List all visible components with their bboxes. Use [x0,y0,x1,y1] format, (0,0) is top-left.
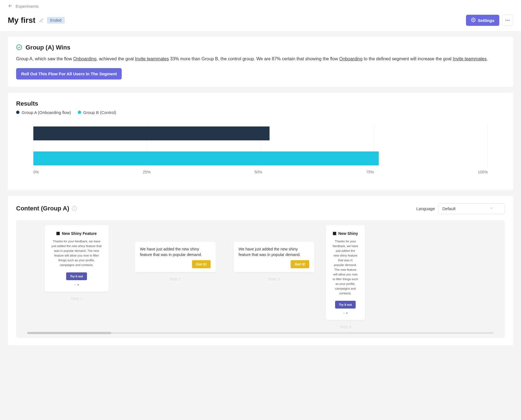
breadcrumb-label: Experiments [16,4,39,9]
tooltip-got-it-button[interactable]: Got it! [291,260,309,268]
tooltip-preview: We have just added the new shiny feature… [234,242,314,272]
step-label: Step 3 [268,277,280,281]
steps-container: New Shiny Feature Thanks for your feedba… [16,220,505,338]
gear-icon [471,18,476,23]
chart-tick: 100% [478,170,488,174]
steps-scroll-thumb[interactable] [27,332,111,334]
check-circle-icon [16,44,22,51]
chart-tick: 25% [143,170,151,174]
preview-try-button[interactable]: Try it out [335,301,356,309]
results-title: Results [16,100,505,107]
preview-title: New Shiny Feature [62,231,97,236]
preview-pagination [51,284,102,285]
legend-label-a: Group A (Onboarding flow) [22,110,71,115]
content-title: Content (Group A) [16,205,69,212]
square-icon [56,232,60,235]
step-label: Step 4 [339,324,351,329]
steps-scrollbar[interactable] [27,332,494,334]
language-label: Language [416,206,435,211]
preview-title: New Shiny [338,231,358,236]
step-label: Step 1 [71,296,83,301]
step-column: New Shiny Thanks for your feedback, we h… [323,225,368,329]
tooltip-preview: We have just added the new shiny feature… [135,242,216,272]
square-icon [333,232,336,235]
chart-bar-b [33,151,379,165]
winner-card: Group (A) Wins Group A, which saw the fl… [8,37,513,87]
content-card: Content (Group A) ! Language Default New… [8,196,513,346]
chart-tick: 0% [33,170,39,174]
more-button[interactable]: ··· [502,15,513,26]
edit-icon[interactable] [39,18,44,23]
preview-body: Thanks for your feedback, we have just a… [51,239,102,267]
step-column: We have just added the new shiny feature… [126,225,225,329]
step-label: Step 2 [169,277,181,281]
chart-bar-a [33,126,270,140]
legend-dot-icon [78,111,81,114]
preview-card: New Shiny Thanks for your feedback, we h… [326,225,365,320]
language-selected: Default [442,206,456,211]
settings-button[interactable]: Settings [466,15,499,26]
chart-tick: 50% [255,170,262,174]
winner-title: Group (A) Wins [26,44,70,51]
preview-card: New Shiny Feature Thanks for your feedba… [45,225,109,292]
legend-dot-icon [16,111,19,114]
status-badge: Ended [47,17,65,24]
preview-body: Thanks for your feedback, we have just a… [333,239,358,296]
chart: 0%25%50%75%100% [16,120,505,183]
page-title: My first [8,16,36,25]
more-icon: ··· [505,18,510,23]
chart-ticks: 0%25%50%75%100% [16,170,505,174]
language-select[interactable]: Default [438,203,505,214]
rollout-button[interactable]: Roll Out This Flow For All Users In The … [16,68,122,79]
tooltip-got-it-button[interactable]: Got it! [192,260,210,268]
chevron-down-icon [490,206,493,211]
tooltip-text: We have just added the new shiny feature… [239,246,309,258]
legend-item-b: Group B (Control) [78,110,116,115]
legend-item-a: Group A (Onboarding flow) [16,110,71,115]
tooltip-text: We have just added the new shiny feature… [140,246,211,258]
info-icon[interactable]: ! [72,206,77,211]
results-card: Results Group A (Onboarding flow) Group … [8,93,513,190]
step-column: New Shiny Feature Thanks for your feedba… [27,225,126,329]
step-column: We have just added the new shiny feature… [225,225,323,329]
preview-try-button[interactable]: Try it out [66,272,87,280]
winner-body: Group A, which saw the flow Onboarding, … [16,56,505,63]
chart-tick: 75% [366,170,374,174]
breadcrumb[interactable]: Experiments [0,0,521,13]
preview-pagination [333,312,358,314]
svg-point-0 [473,19,474,20]
back-arrow-icon [8,3,13,9]
settings-label: Settings [478,18,494,23]
legend-label-b: Group B (Control) [83,110,116,115]
